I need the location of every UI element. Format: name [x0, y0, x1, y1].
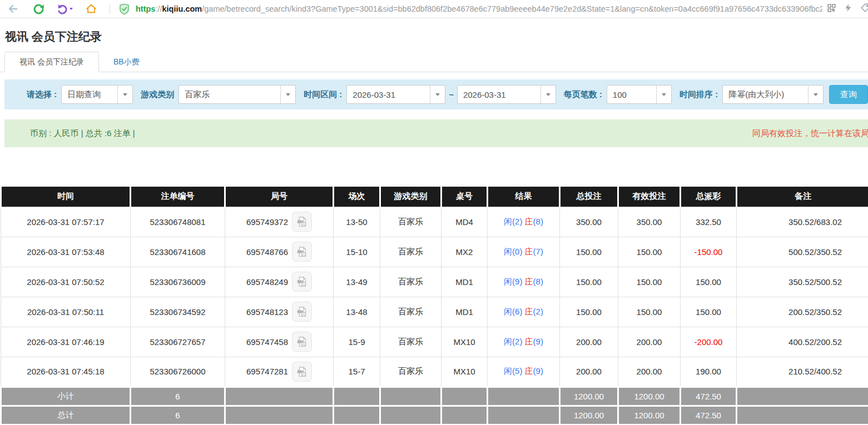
subtotal-payout: 472.50: [681, 387, 737, 406]
cell-valid-bet: 150.00: [618, 237, 681, 267]
table-row: 2026-03-31 07:50:52 523306736009 6957482…: [1, 267, 868, 297]
tab-bet-records[interactable]: 视讯 会员下注纪录: [4, 52, 99, 72]
cell-total-bet[interactable]: 350.00: [560, 207, 618, 237]
table-row: 2026-03-31 07:45:18 523306726000 6957472…: [1, 357, 868, 387]
cell-valid-bet: 200.00: [618, 327, 681, 357]
result-banker: 庄: [525, 337, 533, 346]
address-bar[interactable]: https://kiqiiu.com/game/betrecord_search…: [136, 4, 822, 13]
sort-order-value: 降幂(由大到小): [723, 86, 808, 103]
cell-table-no: MD4: [442, 207, 488, 237]
cell-time: 2026-03-31 07:46:19: [1, 327, 131, 357]
game-type-value: 百家乐: [179, 86, 280, 103]
result-banker: 庄: [525, 247, 533, 256]
toolbar-divider: [110, 4, 110, 14]
cell-game-type: 百家乐: [380, 237, 442, 267]
cell-time: 2026-03-31 07:50:52: [1, 267, 131, 297]
cell-total-bet[interactable]: 200.00: [560, 327, 618, 357]
chevron-down-icon[interactable]: [540, 86, 555, 103]
date-to-picker[interactable]: 2026-03-31: [457, 85, 556, 104]
result-banker-count: (8): [533, 277, 543, 286]
summary-bar: 币别 : 人民币 | 总共 :6 注单 | 同局有效投注，统一计算在该局第: [4, 119, 868, 147]
url-scheme: https: [136, 4, 155, 13]
video-replay-button[interactable]: [292, 332, 312, 352]
undo-dropdown[interactable]: [57, 3, 73, 15]
chevron-down-icon[interactable]: [280, 86, 295, 103]
filter-label-select: 请选择 :: [27, 89, 57, 100]
chevron-down-icon[interactable]: [117, 86, 132, 103]
cell-remark: 350.52/683.02: [737, 207, 868, 237]
cell-payout: -200.00: [681, 327, 737, 357]
column-header: 注单编号: [131, 187, 225, 207]
round-number: 695748766: [246, 247, 288, 257]
cell-game-type: 百家乐: [380, 297, 442, 327]
back-icon[interactable]: [6, 2, 20, 16]
game-type-dropdown[interactable]: 百家乐: [178, 85, 296, 104]
date-from-picker[interactable]: 2026-03-31: [346, 85, 445, 104]
cell-payout: 150.00: [681, 297, 737, 327]
cell-round: 695747458: [225, 327, 334, 357]
cell-payout: 332.50: [681, 207, 737, 237]
search-button[interactable]: 查询: [829, 85, 868, 104]
column-header: 总投注: [560, 187, 618, 207]
subtotal-valid-bet: 1200.00: [618, 387, 681, 406]
lightning-icon[interactable]: [844, 3, 852, 15]
video-replay-button[interactable]: [292, 212, 312, 232]
cell-session: 15-10: [334, 237, 380, 267]
refresh-icon[interactable]: [31, 2, 46, 16]
cell-valid-bet: 200.00: [618, 357, 681, 387]
video-replay-button[interactable]: [292, 362, 312, 382]
sort-order-dropdown[interactable]: 降幂(由大到小): [722, 85, 824, 104]
cell-table-no: MX2: [442, 237, 488, 267]
total-row: 总计 6 1200.00 1200.00 472.50: [1, 406, 868, 424]
column-header: 桌号: [442, 187, 488, 207]
valid-bet-warning-text: 同局有效投注，统一计算在该局第: [752, 128, 868, 139]
round-number: 695747281: [246, 367, 288, 376]
subtotal-row: 小计 6 1200.00 1200.00 472.50: [1, 387, 868, 406]
table-row: 2026-03-31 07:46:19 523306727657 6957474…: [1, 327, 868, 357]
video-replay-button[interactable]: [292, 272, 312, 292]
cell-bet-id: 523306741608: [131, 237, 225, 267]
qr-code-icon[interactable]: [827, 3, 836, 15]
result-player: 闲(6): [504, 307, 522, 316]
site-security-shield-icon[interactable]: [117, 2, 131, 16]
page-size-dropdown[interactable]: 100: [607, 85, 672, 104]
cell-table-no: MX10: [442, 327, 488, 357]
date-to-value: 2026-03-31: [458, 86, 540, 103]
query-type-dropdown[interactable]: 日期查询: [61, 85, 133, 104]
cell-total-bet[interactable]: 150.00: [560, 237, 618, 267]
video-replay-button[interactable]: [292, 242, 312, 262]
video-file-icon: [296, 276, 308, 288]
chevron-down-icon[interactable]: [656, 86, 671, 103]
chevron-down-icon[interactable]: [808, 86, 823, 103]
total-total-bet: 1200.00: [560, 406, 618, 424]
cell-total-bet[interactable]: 150.00: [560, 267, 618, 297]
subtotal-label: 小计: [1, 387, 131, 406]
date-from-value: 2026-03-31: [347, 86, 430, 103]
tab-bb-tip[interactable]: BB小费: [99, 52, 154, 72]
cell-time: 2026-03-31 07:57:17: [1, 207, 131, 237]
undo-icon: [57, 3, 68, 15]
url-separator: ://: [155, 4, 162, 13]
result-banker: 庄: [525, 366, 533, 376]
result-banker-count: (2): [533, 307, 543, 316]
cell-result: 闲(9) 庄(8): [488, 267, 560, 297]
cell-remark: 210.52/400.52: [737, 357, 868, 387]
cell-valid-bet: 350.00: [618, 207, 681, 237]
cell-table-no: MD1: [442, 267, 488, 297]
cell-game-type: 百家乐: [380, 357, 442, 387]
bet-records-table: 时间注单编号局号场次游戏类别桌号结果总投注有效投注总派彩备注 2026-03-3…: [0, 187, 868, 425]
cell-total-bet[interactable]: 150.00: [560, 297, 618, 327]
total-valid-bet: 1200.00: [618, 406, 681, 424]
video-replay-button[interactable]: [292, 302, 312, 322]
cell-bet-id: 523306727657: [131, 327, 225, 357]
home-icon[interactable]: [84, 2, 98, 16]
tag-icon[interactable]: [860, 3, 868, 15]
cell-session: 13-49: [334, 267, 380, 297]
cell-result: 闲(6) 庄(2): [488, 297, 560, 327]
column-header: 游戏类别: [380, 187, 442, 207]
chevron-down-icon[interactable]: [430, 86, 445, 103]
total-label: 总计: [1, 406, 131, 424]
cell-total-bet[interactable]: 200.00: [560, 357, 618, 387]
cell-remark: 350.52/500.52: [737, 267, 868, 297]
column-header: 结果: [488, 187, 560, 207]
